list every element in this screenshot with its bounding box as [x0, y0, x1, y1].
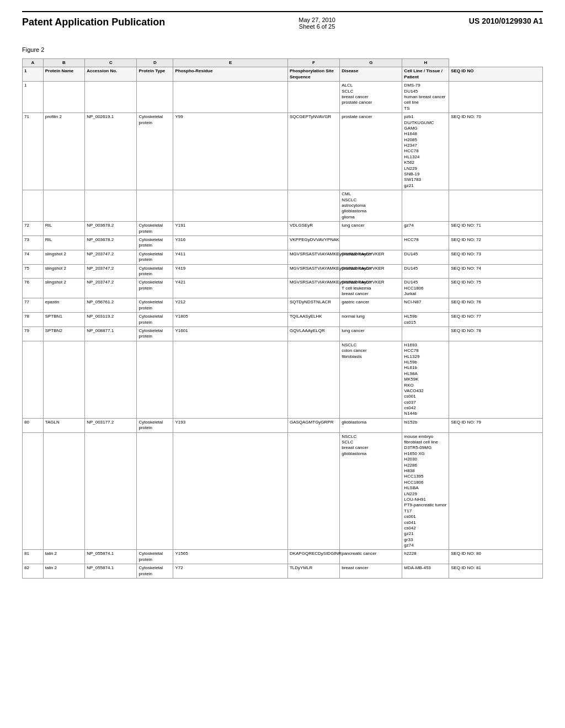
table-cell-7-8: SEQ ID NO: 75 [449, 279, 543, 298]
col-headers-row: 1 Protein Name Accession No. Protein Typ… [23, 67, 543, 82]
table-cell-4-8: SEQ ID NO: 72 [449, 235, 543, 250]
table-cell-10-3: Cytoskeletal protein [137, 327, 173, 341]
table-cell-2-3 [137, 190, 173, 222]
table-cell-6-4: Y419 [173, 264, 287, 279]
table-cell-7-4: Y421 [173, 279, 287, 298]
table-cell-1-2: NP_002619.1 [85, 113, 137, 190]
table-cell-14-8: SEQ ID NO: 80 [449, 550, 543, 564]
table-cell-9-7: HL59bcs015 [402, 313, 449, 327]
table-cell-6-5: MGVSRSASTVIAYAMKEyGWNLDRAyDYVKER [287, 264, 339, 279]
table-cell-14-2: NP_055874.1 [85, 550, 137, 564]
header-sequence: Phosphorylation Site Sequence [287, 67, 339, 82]
table-cell-12-8: SEQ ID NO: 79 [449, 418, 543, 432]
header-protein-type: Protein Type [137, 67, 173, 82]
table-cell-15-4: Y72 [173, 564, 287, 579]
table-cell-6-6: prostate cancer [340, 264, 402, 279]
table-cell-3-0: 72 [23, 222, 44, 236]
table-cell-11-0 [23, 341, 44, 418]
table-cell-6-1: slingshot 2 [43, 264, 84, 279]
table-row: NSCLCcolon cancerfibroblastsH1693HCC78HL… [23, 341, 543, 418]
table-cell-1-7: pzb1DU/TKUGUMCGAMGH1648H2085H2347HCC78HL… [402, 113, 449, 190]
table-cell-12-1: TAGLN [43, 418, 84, 432]
table-cell-1-6: prostate cancer [340, 113, 402, 190]
table-row: 1ALCLSCLCbreast cancerprostate cancerDMS… [23, 82, 543, 113]
table-cell-0-0: 1 [23, 82, 44, 113]
table-cell-13-8 [449, 432, 543, 550]
table-cell-5-4: Y411 [173, 250, 287, 264]
table-cell-7-7: DU145HCC1806Jurkat [402, 279, 449, 298]
table-cell-2-0 [23, 190, 44, 222]
table-cell-9-5: TQILAASyELHK [287, 313, 339, 327]
table-cell-7-0: 76 [23, 279, 44, 298]
table-cell-4-6 [340, 235, 402, 250]
table-cell-1-5: SQCGEPTyNVAVGR [287, 113, 339, 190]
figure-label: Figure 2 [22, 46, 543, 53]
table-cell-1-1: profilin 2 [43, 113, 84, 190]
table-cell-2-1 [43, 190, 84, 222]
table-cell-2-6: CMLNSCLCastrocytomaglioblastomaglioma [340, 190, 402, 222]
table-cell-1-4: Y99 [173, 113, 287, 190]
table-cell-4-7: HCC78 [402, 235, 449, 250]
table-cell-12-0: 80 [23, 418, 44, 432]
table-cell-12-2: NP_003177.2 [85, 418, 137, 432]
table-cell-14-6: pancreatic cancer [340, 550, 402, 564]
col-letter-d: D [137, 59, 173, 67]
table-cell-11-7: H1693HCC78HL1329HL59bHL61bHL98AMK59KRKOV… [402, 341, 449, 418]
table-cell-12-5: GASQAGMTGyGRPR [287, 418, 339, 432]
table-cell-0-6: ALCLSCLCbreast cancerprostate cancer [340, 82, 402, 113]
table-cell-8-8: SEQ ID NO: 76 [449, 298, 543, 313]
header-cell-line: Cell Line / Tissue / Patient [402, 67, 449, 82]
header-protein-name: Protein Name [43, 67, 84, 82]
table-cell-0-4 [173, 82, 287, 113]
table-cell-12-7: hl152b [402, 418, 449, 432]
table-cell-11-4 [173, 341, 287, 418]
table-cell-5-7: DU145 [402, 250, 449, 264]
table-cell-4-5: VKPPEGyDVVAVYPNAK [287, 235, 339, 250]
table-cell-8-6: gastric cancer [340, 298, 402, 313]
table-cell-2-8 [449, 190, 543, 222]
table-cell-15-5: TLDyYMLR [287, 564, 339, 579]
header-seq-id: SEQ ID NO [449, 67, 543, 82]
table-cell-4-1: RIL [43, 235, 84, 250]
data-table: A B C D E F G H 1 Protein Name Accession… [22, 58, 543, 579]
table-cell-13-0 [23, 432, 44, 550]
header-disease: Disease [340, 67, 402, 82]
table-cell-7-5: MGVSRSASTVIAYAMKEyGWNLDRAyDYVKER [287, 279, 339, 298]
table-cell-9-0: 78 [23, 313, 44, 327]
table-cell-4-0: 73 [23, 235, 44, 250]
table-cell-15-8: SEQ ID NO: 81 [449, 564, 543, 579]
table-cell-13-5 [287, 432, 339, 550]
table-cell-0-3 [137, 82, 173, 113]
publication-number: US 2010/0129930 A1 [469, 17, 543, 25]
table-cell-3-2: NP_003678.2 [85, 222, 137, 236]
table-cell-10-6: lung cancer [340, 327, 402, 341]
table-cell-9-2: NP_003119.2 [85, 313, 137, 327]
table-cell-7-3: Cytoskeletal protein [137, 279, 173, 298]
table-cell-0-7: DMS-79DU145human breast cancercell lineT… [402, 82, 449, 113]
table-cell-5-1: slingshot 2 [43, 250, 84, 264]
table-row: 77epastinNP_056761.2Cytoskeletal protein… [23, 298, 543, 313]
table-row: 81talin 2NP_055874.1Cytoskeletal protein… [23, 550, 543, 564]
table-cell-12-4: Y193 [173, 418, 287, 432]
table-cell-3-6: lung cancer [340, 222, 402, 236]
table-cell-7-1: slingshot 2 [43, 279, 84, 298]
table-cell-3-7: gz74 [402, 222, 449, 236]
table-cell-9-3: Cytoskeletal protein [137, 313, 173, 327]
table-cell-3-3: Cytoskeletal protein [137, 222, 173, 236]
publication-title: Patent Application Publication [22, 17, 165, 28]
table-row: 71profilin 2NP_002619.1Cytoskeletal prot… [23, 113, 543, 190]
table-cell-6-2: NP_203747.2 [85, 264, 137, 279]
table-cell-5-8: SEQ ID NO: 73 [449, 250, 543, 264]
table-row: 75slingshot 2NP_203747.2Cytoskeletal pro… [23, 264, 543, 279]
table-cell-5-6: prostate cancer [340, 250, 402, 264]
table-cell-13-6: NSCLCSCLCbreast cancerglioblastoma [340, 432, 402, 550]
table-cell-0-2 [85, 82, 137, 113]
table-cell-15-0: 82 [23, 564, 44, 579]
table-row: CMLNSCLCastrocytomaglioblastomaglioma [23, 190, 543, 222]
table-row: 74slingshot 2NP_203747.2Cytoskeletal pro… [23, 250, 543, 264]
table-cell-2-4 [173, 190, 287, 222]
table-cell-13-3 [137, 432, 173, 550]
table-row: 76slingshot 2NP_203747.2Cytoskeletal pro… [23, 279, 543, 298]
table-cell-2-7 [402, 190, 449, 222]
table-cell-9-8: SEQ ID NO: 77 [449, 313, 543, 327]
